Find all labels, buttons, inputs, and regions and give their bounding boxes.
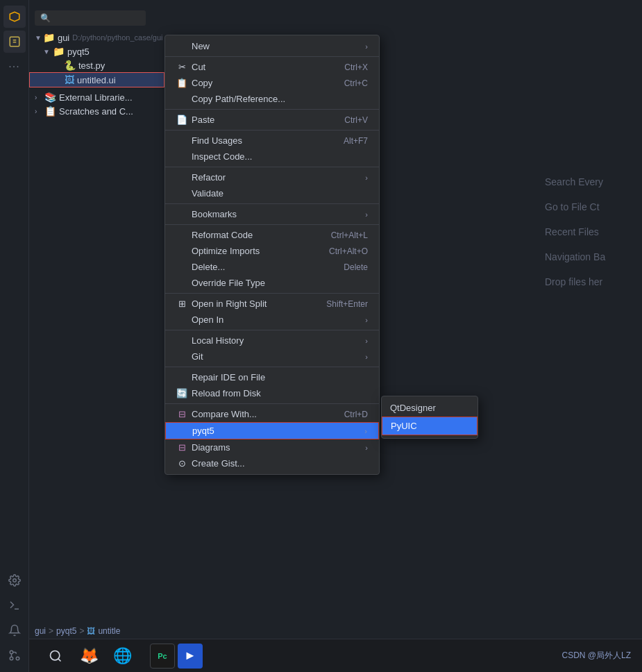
scratches-icon: 📋 — [44, 106, 56, 117]
find-usages-shortcut: Alt+F7 — [344, 136, 368, 146]
sidebar-terminal-icon[interactable] — [3, 594, 26, 616]
navigation-ba-hint: Navigation Ba — [545, 249, 642, 265]
drop-files-hint: Drop files her — [545, 274, 642, 290]
menu-item-git[interactable]: Git › — [165, 348, 379, 364]
folder-icon: 📁 — [43, 32, 55, 43]
paste-shortcut: Ctrl+V — [344, 115, 368, 125]
taskbar: 🦊 🌐 Pc ► CSDN @局外人LZ — [0, 639, 642, 672]
cut-icon: ✂ — [176, 62, 187, 72]
breadcrumb-gui[interactable]: gui — [35, 626, 46, 636]
menu-item-create-gist[interactable]: ⊙ Create Gist... — [165, 455, 379, 471]
sep3 — [165, 130, 379, 131]
go-to-file-hint: Go to File Ct — [545, 199, 642, 215]
python-file-icon: 🐍 — [64, 60, 76, 71]
file-search-input[interactable] — [35, 10, 146, 26]
svg-point-3 — [16, 657, 19, 660]
sidebar-more-icon[interactable]: ··· — [3, 56, 26, 78]
ext-libs-icon: 📚 — [44, 92, 56, 103]
menu-item-find-usages[interactable]: Find Usages Alt+F7 — [165, 133, 379, 149]
menu-item-delete[interactable]: Delete... Delete — [165, 259, 379, 275]
svg-point-4 — [10, 650, 13, 654]
taskbar-search-icon[interactable] — [44, 645, 67, 667]
menu-item-compare[interactable]: ⊟ Compare With... Ctrl+D — [165, 406, 379, 422]
taskbar-pycharm-icon[interactable]: Pc — [150, 644, 175, 669]
menu-item-new[interactable]: New › — [165, 38, 379, 54]
taskbar-app-icons: Pc ► — [150, 644, 203, 669]
tree-item-ext-libs-name: External Librarie... — [59, 92, 133, 103]
split-icon: ⊞ — [176, 299, 187, 309]
menu-item-copy-path[interactable]: Copy Path/Reference... — [165, 91, 379, 107]
submenu-item-pyuic[interactable]: PyUIC — [382, 417, 478, 435]
tree-item-pyqt5[interactable]: ▼ 📁 pyqt5 — [29, 44, 164, 58]
delete-shortcut: Delete — [344, 262, 368, 272]
taskbar-arrow-app-icon[interactable]: ► — [178, 644, 203, 669]
svg-point-1 — [12, 579, 16, 582]
taskbar-browser-icon[interactable]: 🌐 — [111, 645, 133, 667]
sidebar-bookmarks-icon[interactable] — [3, 31, 26, 53]
sep7 — [165, 293, 379, 294]
local-history-arrow: › — [365, 337, 368, 345]
menu-item-optimize[interactable]: Optimize Imports Ctrl+Alt+O — [165, 243, 379, 259]
ui-file-icon: 🖼 — [65, 74, 74, 85]
sidebar-git-icon[interactable] — [3, 644, 26, 666]
menu-item-cut[interactable]: ✂ Cut Ctrl+X — [165, 59, 379, 75]
menu-item-diagrams[interactable]: ⊟ Diagrams › — [165, 439, 379, 455]
search-every-hint: Search Every — [545, 174, 642, 190]
optimize-shortcut: Ctrl+Alt+O — [329, 246, 368, 256]
sep8 — [165, 330, 379, 330]
tree-item-pyqt5-name: pyqt5 — [67, 47, 90, 57]
new-arrow: › — [365, 42, 368, 51]
submenu-pyqt5: QtDesigner PyUIC — [381, 396, 478, 439]
sidebar-settings-icon[interactable] — [3, 569, 26, 591]
tree-item-untitled-ui[interactable]: › 🖼 untitled.ui — [29, 72, 164, 87]
cut-shortcut: Ctrl+X — [344, 62, 368, 72]
sep5 — [165, 203, 379, 204]
bookmarks-arrow: › — [365, 210, 368, 219]
menu-item-open-in[interactable]: Open In › — [165, 312, 379, 328]
taskbar-firefox-icon[interactable]: 🦊 — [78, 645, 100, 667]
menu-item-paste[interactable]: 📄 Paste Ctrl+V — [165, 112, 379, 128]
menu-item-bookmarks[interactable]: Bookmarks › — [165, 206, 379, 222]
copy-icon: 📋 — [176, 78, 187, 88]
pyqt5-arrow: › — [364, 427, 367, 435]
tree-item-scratches[interactable]: › 📋 Scratches and C... — [29, 104, 164, 118]
sep1 — [165, 56, 379, 57]
paste-icon: 📄 — [176, 115, 187, 125]
menu-item-reformat[interactable]: Reformat Code Ctrl+Alt+L — [165, 227, 379, 243]
open-in-arrow: › — [365, 316, 368, 324]
menu-item-override-type[interactable]: Override File Type — [165, 275, 379, 291]
tree-item-scratches-name: Scratches and C... — [59, 106, 133, 117]
tree-item-test-py[interactable]: › 🐍 test.py — [29, 58, 164, 72]
tree-item-external-libs[interactable]: › 📚 External Librarie... — [29, 90, 164, 104]
breadcrumb-icon: 🖼 — [87, 626, 95, 636]
menu-item-local-history[interactable]: Local History › — [165, 333, 379, 348]
recent-files-hint: Recent Files — [545, 224, 642, 240]
reformat-shortcut: Ctrl+Alt+L — [331, 230, 368, 240]
submenu-item-qtdesigner[interactable]: QtDesigner — [382, 399, 478, 417]
svg-line-7 — [58, 658, 61, 661]
breadcrumb-sep1: > — [49, 626, 53, 636]
sidebar-project-icon[interactable] — [3, 6, 26, 28]
svg-point-6 — [51, 650, 60, 660]
taskbar-brand: CSDN @局外人LZ — [561, 650, 631, 662]
breadcrumb-sep2: > — [79, 626, 84, 636]
menu-item-pyqt5[interactable]: pyqt5 › QtDesigner PyUIC — [165, 422, 379, 439]
sidebar: ··· — [0, 0, 29, 672]
svg-point-5 — [10, 657, 13, 660]
tree-item-gui[interactable]: ▼ 📁 gui D:/python/python_case/gui — [29, 31, 164, 44]
menu-item-repair-ide[interactable]: Repair IDE on File — [165, 369, 379, 385]
breadcrumb-file[interactable]: untitle — [98, 626, 120, 636]
breadcrumb: gui > pyqt5 > 🖼 untitle — [29, 623, 126, 639]
menu-item-copy[interactable]: 📋 Copy Ctrl+C — [165, 75, 379, 91]
sidebar-notifications-icon[interactable] — [3, 619, 26, 641]
menu-item-inspect-code[interactable]: Inspect Code... — [165, 149, 379, 165]
refactor-arrow: › — [365, 174, 368, 182]
menu-item-validate[interactable]: Validate — [165, 185, 379, 201]
tree-item-untitled-ui-name: untitled.ui — [77, 75, 116, 85]
breadcrumb-pyqt5[interactable]: pyqt5 — [56, 626, 76, 636]
menu-item-reload-disk[interactable]: 🔄 Reload from Disk — [165, 385, 379, 401]
context-menu: New › ✂ Cut Ctrl+X 📋 Copy Ctrl+C Copy Pa… — [164, 35, 380, 475]
menu-item-open-right[interactable]: ⊞ Open in Right Split Shift+Enter — [165, 296, 379, 312]
menu-item-refactor[interactable]: Refactor › — [165, 169, 379, 185]
reload-icon: 🔄 — [176, 388, 187, 398]
